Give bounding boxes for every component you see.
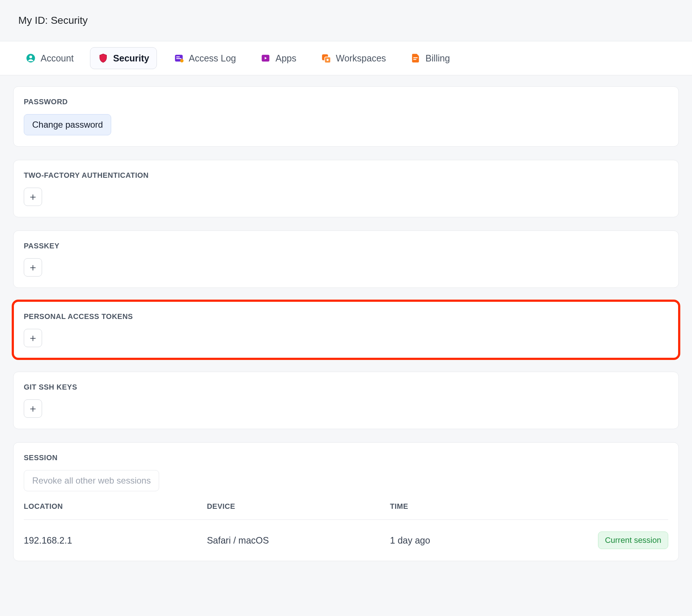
add-passkey-button[interactable]: ＋ <box>24 258 42 277</box>
change-password-button[interactable]: Change password <box>24 114 111 135</box>
card-passkey: PASSKEY ＋ <box>13 230 679 288</box>
card-title: PASSKEY <box>24 242 668 250</box>
plus-icon: ＋ <box>28 402 38 416</box>
card-git-ssh-keys: GIT SSH KEYS ＋ <box>13 372 679 429</box>
tab-billing[interactable]: Billing <box>402 47 458 69</box>
card-title: GIT SSH KEYS <box>24 383 668 391</box>
card-two-factor: TWO-FACTORY AUTHENTICATION ＋ <box>13 160 679 217</box>
card-title: PASSWORD <box>24 98 668 106</box>
session-location: 192.168.2.1 <box>24 535 207 546</box>
col-location: LOCATION <box>24 502 207 511</box>
card-title: PERSONAL ACCESS TOKENS <box>24 312 668 321</box>
shield-icon <box>98 53 109 64</box>
svg-point-1 <box>29 56 32 58</box>
tabs-bar: Account Security Access Log Apps Workspa… <box>0 41 692 75</box>
add-two-factor-button[interactable]: ＋ <box>24 188 42 206</box>
apps-icon <box>260 53 271 64</box>
tab-label: Account <box>41 53 74 64</box>
add-personal-access-token-button[interactable]: ＋ <box>24 329 42 347</box>
tab-workspaces[interactable]: Workspaces <box>313 47 394 69</box>
svg-rect-4 <box>176 58 181 59</box>
revoke-sessions-button[interactable]: Revoke all other web sessions <box>24 470 159 491</box>
tab-apps[interactable]: Apps <box>252 47 304 69</box>
tab-label: Security <box>113 53 149 64</box>
session-row: 192.168.2.1 Safari / macOS 1 day ago Cur… <box>24 519 668 555</box>
tab-label: Access Log <box>189 53 236 64</box>
billing-icon <box>410 53 421 64</box>
session-device: Safari / macOS <box>207 535 390 546</box>
session-table-head: LOCATION DEVICE TIME <box>24 491 668 519</box>
session-time: 1 day ago <box>390 535 573 546</box>
plus-icon: ＋ <box>28 260 38 274</box>
card-title: TWO-FACTORY AUTHENTICATION <box>24 171 668 180</box>
svg-point-10 <box>327 59 329 61</box>
card-password: PASSWORD Change password <box>13 86 679 147</box>
card-title: SESSION <box>24 454 668 462</box>
tab-label: Workspaces <box>336 53 386 64</box>
card-personal-access-tokens: PERSONAL ACCESS TOKENS ＋ <box>13 301 679 358</box>
svg-rect-3 <box>176 56 180 57</box>
tab-access-log[interactable]: Access Log <box>166 47 244 69</box>
tab-label: Billing <box>425 53 450 64</box>
workspace-icon <box>320 53 331 64</box>
col-device: DEVICE <box>207 502 390 511</box>
plus-icon: ＋ <box>28 190 38 204</box>
add-ssh-key-button[interactable]: ＋ <box>24 399 42 418</box>
col-time: TIME <box>390 502 573 511</box>
person-icon <box>25 53 36 64</box>
tab-security[interactable]: Security <box>90 47 157 69</box>
card-session: SESSION Revoke all other web sessions LO… <box>13 442 679 561</box>
plus-icon: ＋ <box>28 331 38 345</box>
svg-rect-12 <box>414 59 417 60</box>
log-icon <box>173 53 184 64</box>
svg-rect-11 <box>414 57 418 58</box>
svg-point-5 <box>180 59 184 62</box>
tab-label: Apps <box>275 53 296 64</box>
page-title: My ID: Security <box>0 0 692 41</box>
current-session-badge: Current session <box>598 532 668 549</box>
tab-account[interactable]: Account <box>18 47 81 69</box>
